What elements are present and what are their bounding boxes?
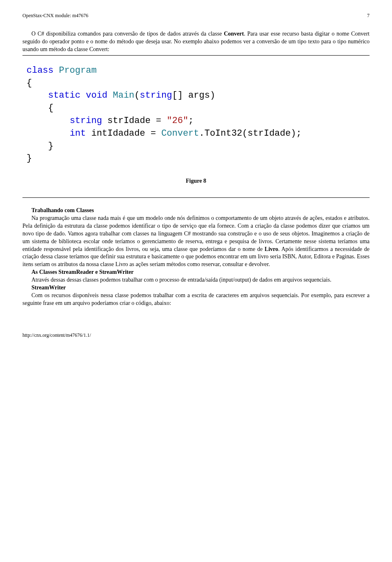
brace: { — [48, 103, 53, 113]
kw-void: void — [86, 90, 107, 101]
kw-class: class — [27, 65, 53, 76]
intro-paragraph: O C# disponibiliza comandos para convers… — [22, 30, 370, 54]
kw-string: string — [70, 116, 102, 126]
intro-text-a: O C# disponibiliza comandos para convers… — [31, 31, 224, 37]
divider-bottom — [22, 197, 370, 198]
divider-top — [22, 55, 370, 56]
string-literal: "26" — [167, 116, 188, 126]
convert-call: .ToInt32(strIdade); — [199, 128, 302, 139]
module-id: OpenStax-CNX module: m47676 — [22, 12, 88, 19]
section3-title: StreamWriter — [22, 284, 370, 292]
section1-paragraph: Na programação uma classe nada mais é qu… — [22, 215, 370, 269]
section1-title: Trabalhando com Classes — [22, 207, 370, 215]
kw-int: int — [70, 128, 86, 139]
cls-program: Program — [59, 65, 96, 76]
var2: intIdadade = — [86, 128, 161, 139]
brace: } — [27, 153, 32, 163]
cls-convert: Convert — [161, 128, 199, 139]
kw-static: static — [48, 90, 80, 101]
var1: strIdade = — [102, 116, 167, 126]
livro-word: Livro — [265, 246, 278, 252]
page-footer: http://cnx.org/content/m47676/1.1/ — [22, 332, 370, 338]
brace: { — [27, 78, 32, 88]
semi: ; — [188, 116, 194, 126]
section2-paragraph: Através dessas dessas classes podemos tr… — [22, 276, 370, 284]
code-sample: class Program { static void Main(string[… — [22, 57, 370, 170]
args: [] args) — [172, 90, 215, 101]
page-number: 7 — [367, 12, 370, 19]
brace: } — [48, 141, 53, 151]
page-header: OpenStax-CNX module: m47676 7 — [22, 12, 370, 30]
section2-title: As Classes StreamReader e StreamWriter — [22, 269, 370, 276]
page: OpenStax-CNX module: m47676 7 O C# dispo… — [0, 0, 392, 355]
section3-paragraph: Com os recursos disponíveis nessa classe… — [22, 292, 370, 307]
cls-main: Main — [113, 90, 134, 101]
kw-string-arr: string — [140, 90, 172, 101]
figure-caption: Figure 8 — [22, 177, 370, 185]
convert-word: Convert — [224, 31, 244, 37]
footer-url: http://cnx.org/content/m47676/1.1/ — [22, 332, 91, 338]
paren-open: ( — [134, 90, 140, 101]
